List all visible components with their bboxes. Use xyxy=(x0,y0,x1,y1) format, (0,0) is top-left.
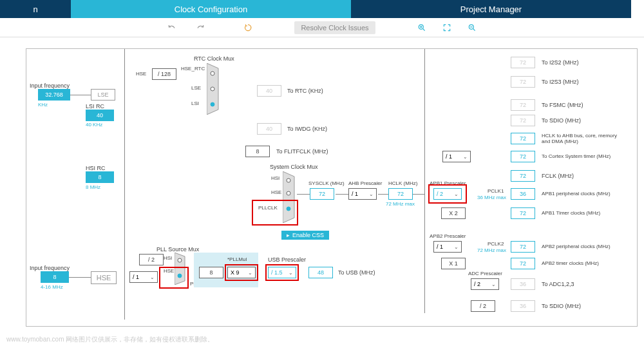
rtc-hse-rtc-lbl: HSE_RTC xyxy=(181,66,205,72)
watermark-text: www.toymoban.com 网络图片仅供展示，非存储，如有侵权请联系删除。 xyxy=(6,335,214,344)
hsi-value: 8 xyxy=(86,171,114,183)
sdio-value: 72 xyxy=(511,115,535,126)
cortex-div-select[interactable]: / 1⌄ xyxy=(442,151,471,162)
svg-point-7 xyxy=(287,207,290,211)
hse-box: HSE xyxy=(91,271,117,284)
iwdg-label: To IWDG (KHz) xyxy=(287,126,327,132)
cortex-value: 72 xyxy=(511,151,535,162)
sysmux-hse: HSE xyxy=(271,189,281,195)
apb1-div-select[interactable]: / 2⌄ xyxy=(433,188,462,200)
apb1-timer-value: 72 xyxy=(511,207,535,219)
apb1-title: APB1 Prescaler xyxy=(430,180,466,186)
lsi-value: 40 xyxy=(86,110,114,121)
clock-diagram-canvas[interactable]: Input frequency 32.768 KHz LSE LSI RC 40… xyxy=(26,48,638,327)
rtc-hse-lbl: HSE xyxy=(136,71,146,77)
hse-note: 4-16 MHz xyxy=(41,284,63,290)
pclk2-label: PCLK2 xyxy=(488,241,504,247)
adc-value: 36 xyxy=(511,278,535,290)
svg-point-2 xyxy=(211,72,214,75)
rtc-mux-title: RTC Clock Mux xyxy=(194,55,234,62)
zoom-in-icon[interactable] xyxy=(414,20,430,35)
pll-div2: / 2 xyxy=(139,254,164,265)
ahb-out-label: HCLK to AHB bus, core, memory and DMA (M… xyxy=(542,133,625,144)
lse-box: LSE xyxy=(91,89,115,101)
rtc-mux[interactable] xyxy=(207,63,220,115)
redo-icon[interactable] xyxy=(193,20,208,35)
lse-freq-value[interactable]: 32.768 xyxy=(38,89,70,101)
sysmux-hsi: HSI xyxy=(271,175,279,181)
fclk-label: FCLK (MHz) xyxy=(542,173,574,179)
svg-point-6 xyxy=(287,191,290,195)
usb-label: To USB (MHz) xyxy=(338,269,375,276)
tab-clock-config[interactable]: Clock Configuration xyxy=(71,0,351,18)
apb2-periph-label: APB2 peripheral clocks (MHz) xyxy=(542,244,611,249)
hclk-label: HCLK (MHz) xyxy=(388,180,417,186)
fsmc-value: 72 xyxy=(511,99,535,111)
rtc-lse-lbl: LSE xyxy=(191,85,201,91)
svg-point-9 xyxy=(178,274,182,278)
sdio2-label: To SDIO (MHz) xyxy=(542,303,581,309)
ahb-div-select[interactable]: / 1⌄ xyxy=(348,188,377,200)
enable-css-button[interactable]: ▸Enable CSS xyxy=(281,231,329,240)
apb1-periph-value: 36 xyxy=(511,188,535,200)
sysclk-label: SYSCLK (MHz) xyxy=(308,180,345,186)
usb-div-select[interactable]: / 1.5⌄ xyxy=(268,267,296,278)
fclk-value: 72 xyxy=(511,170,535,182)
lsi-rc-label: LSI RC xyxy=(86,103,104,110)
hse-div-select[interactable]: / 1⌄ xyxy=(129,271,158,283)
toolbar: Resolve Clock Issues xyxy=(0,18,644,37)
usb-prescaler-title: USB Prescaler xyxy=(268,256,306,263)
pllmul-select[interactable]: X 9⌄ xyxy=(227,267,256,278)
tab-pinout[interactable]: n xyxy=(0,0,71,18)
sysmux-title: System Clock Mux xyxy=(270,164,318,170)
apb2-title: APB2 Prescaler xyxy=(430,233,466,239)
reset-icon[interactable] xyxy=(240,20,256,35)
adc-div-select[interactable]: / 2⌄ xyxy=(471,278,499,290)
hclk-note: 72 MHz max xyxy=(386,201,415,207)
svg-point-8 xyxy=(178,258,182,262)
pll-source-mux[interactable] xyxy=(175,253,186,285)
usb-value: 48 xyxy=(308,267,333,278)
zoom-out-icon[interactable] xyxy=(464,20,480,35)
apb2-timer-value: 72 xyxy=(511,258,535,269)
undo-icon[interactable] xyxy=(164,20,180,35)
apb2-note: 72 MHz max xyxy=(477,247,506,253)
flit-label: To FLITFCLK (MHz) xyxy=(276,148,328,155)
system-clock-mux[interactable] xyxy=(283,171,296,223)
sysclk-value[interactable]: 72 xyxy=(310,188,334,200)
lse-freq-label: Input frequency xyxy=(30,82,70,89)
i2s2-value: 72 xyxy=(511,57,535,68)
lse-unit: KHz xyxy=(38,102,48,108)
svg-point-5 xyxy=(287,178,290,182)
flit-value: 8 xyxy=(245,146,270,157)
iwdg-value: 40 xyxy=(257,123,281,135)
rtc-div128: / 128 xyxy=(152,68,176,80)
sdio2-value: 36 xyxy=(511,300,535,312)
rtc-out-value: 40 xyxy=(257,85,281,97)
lsi-note: 40 KHz xyxy=(86,122,102,128)
apb1-periph-label: APB1 peripheral clocks (MHz) xyxy=(542,191,611,197)
tab-project-manager[interactable]: Project Manager xyxy=(351,0,631,18)
apb2-div-select[interactable]: / 1⌄ xyxy=(433,241,462,253)
rtc-out-label: To RTC (KHz) xyxy=(287,88,323,94)
pll-hsi-lbl: HSI xyxy=(164,255,172,261)
fsmc-label: To FSMC (MHz) xyxy=(542,102,583,108)
hse-freq-value[interactable]: 8 xyxy=(41,271,69,283)
pclk1-label: PCLK1 xyxy=(488,188,504,194)
ahb-out-value: 72 xyxy=(511,133,535,144)
adc-label: To ADC1,2,3 xyxy=(542,281,574,287)
i2s3-value: 72 xyxy=(511,76,535,88)
apb1-note: 36 MHz max xyxy=(477,195,506,200)
rtc-lsi-lbl: LSI xyxy=(191,101,199,106)
pll-hse-lbl: HSE xyxy=(164,268,174,274)
apb2-periph-value: 72 xyxy=(511,241,535,253)
hclk-value[interactable]: 72 xyxy=(388,188,413,200)
hsi-rc-label: HSI RC xyxy=(86,165,106,171)
pll-mux-title: PLL Source Mux xyxy=(156,246,199,253)
zoom-fit-icon[interactable] xyxy=(439,20,455,35)
pllmul-label: *PLLMul xyxy=(227,256,247,262)
hse-freq-label: Input frequency xyxy=(30,265,70,271)
tab-spacer xyxy=(631,0,644,18)
apb1-timer-mul: X 2 xyxy=(441,207,466,219)
resolve-clock-issues-button[interactable]: Resolve Clock Issues xyxy=(294,21,375,34)
